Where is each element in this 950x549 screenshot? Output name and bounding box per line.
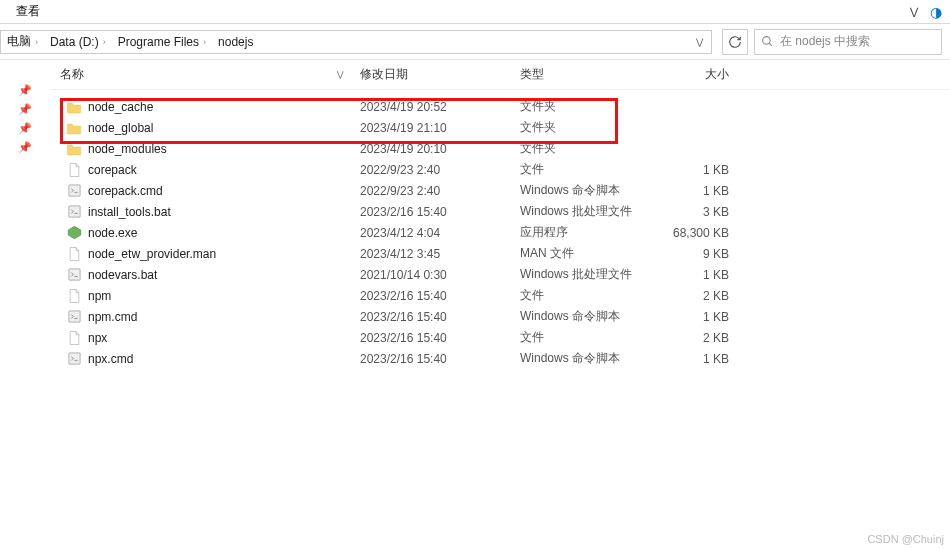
search-placeholder: 在 nodejs 中搜索 bbox=[780, 33, 870, 50]
file-icon bbox=[66, 330, 82, 346]
breadcrumb[interactable]: 电脑› Data (D:)› Programe Files› nodejs ⋁ bbox=[0, 30, 712, 54]
file-row[interactable]: npm2023/2/16 15:40文件2 KB bbox=[50, 285, 950, 306]
file-row[interactable]: npx2023/2/16 15:40文件2 KB bbox=[50, 327, 950, 348]
col-size[interactable]: 大小 bbox=[665, 66, 745, 83]
breadcrumb-seg-2[interactable]: Programe Files› bbox=[112, 31, 212, 53]
cell-type: Windows 命令脚本 bbox=[520, 308, 665, 325]
breadcrumb-seg-3[interactable]: nodejs bbox=[212, 31, 259, 53]
cell-type: 文件 bbox=[520, 329, 665, 346]
search-icon bbox=[761, 35, 774, 48]
svg-rect-6 bbox=[68, 311, 79, 322]
view-menu[interactable]: 查看 bbox=[8, 1, 48, 22]
search-input[interactable]: 在 nodejs 中搜索 bbox=[754, 29, 942, 55]
sort-caret-icon: ⋁ bbox=[337, 70, 360, 79]
folder-icon bbox=[66, 141, 82, 157]
cell-date: 2023/4/12 4:04 bbox=[360, 226, 520, 240]
pin-icon[interactable]: 📌 bbox=[0, 141, 50, 154]
refresh-button[interactable] bbox=[722, 29, 748, 55]
cell-size: 1 KB bbox=[665, 352, 745, 366]
svg-rect-7 bbox=[68, 353, 79, 364]
cell-size: 68,300 KB bbox=[665, 226, 745, 240]
cell-name: nodevars.bat bbox=[60, 267, 360, 283]
file-row[interactable]: corepack2022/9/23 2:40文件1 KB bbox=[50, 159, 950, 180]
cell-date: 2023/4/19 21:10 bbox=[360, 121, 520, 135]
cell-size: 1 KB bbox=[665, 163, 745, 177]
cell-type: 文件 bbox=[520, 161, 665, 178]
file-row[interactable]: node_etw_provider.man2023/4/12 3:45MAN 文… bbox=[50, 243, 950, 264]
cell-name: node_etw_provider.man bbox=[60, 246, 360, 262]
cell-name: npm bbox=[60, 288, 360, 304]
cell-size: 2 KB bbox=[665, 289, 745, 303]
cell-name: npm.cmd bbox=[60, 309, 360, 325]
cmd-icon bbox=[66, 183, 82, 199]
cell-type: 文件夹 bbox=[520, 98, 665, 115]
svg-rect-5 bbox=[68, 269, 79, 280]
column-headers: 名称⋁ 修改日期 类型 大小 bbox=[50, 60, 950, 90]
cell-date: 2023/4/19 20:52 bbox=[360, 100, 520, 114]
cell-type: Windows 命令脚本 bbox=[520, 350, 665, 367]
cell-type: 文件夹 bbox=[520, 140, 665, 157]
cell-size: 1 KB bbox=[665, 184, 745, 198]
cell-name: node_global bbox=[60, 120, 360, 136]
cmd-icon bbox=[66, 267, 82, 283]
cell-date: 2023/2/16 15:40 bbox=[360, 289, 520, 303]
cell-date: 2023/2/16 15:40 bbox=[360, 331, 520, 345]
address-bar-row: 电脑› Data (D:)› Programe Files› nodejs ⋁ … bbox=[0, 24, 950, 60]
cell-name: npx.cmd bbox=[60, 351, 360, 367]
file-row[interactable]: node_cache2023/4/19 20:52文件夹 bbox=[50, 96, 950, 117]
file-row[interactable]: npx.cmd2023/2/16 15:40Windows 命令脚本1 KB bbox=[50, 348, 950, 369]
cell-size: 3 KB bbox=[665, 205, 745, 219]
svg-marker-4 bbox=[68, 226, 81, 239]
file-row[interactable]: nodevars.bat2021/10/14 0:30Windows 批处理文件… bbox=[50, 264, 950, 285]
cell-date: 2023/4/12 3:45 bbox=[360, 247, 520, 261]
file-row[interactable]: node.exe2023/4/12 4:04应用程序68,300 KB bbox=[50, 222, 950, 243]
toolbar-dropdown-icon[interactable]: ⋁ bbox=[906, 6, 922, 17]
pin-icon[interactable]: 📌 bbox=[0, 122, 50, 135]
cell-type: 文件夹 bbox=[520, 119, 665, 136]
cell-name: npx bbox=[60, 330, 360, 346]
svg-line-1 bbox=[769, 43, 772, 46]
file-list: node_cache2023/4/19 20:52文件夹node_global2… bbox=[50, 90, 950, 369]
file-row[interactable]: npm.cmd2023/2/16 15:40Windows 命令脚本1 KB bbox=[50, 306, 950, 327]
cell-size: 1 KB bbox=[665, 310, 745, 324]
col-name[interactable]: 名称⋁ bbox=[60, 66, 360, 83]
cell-type: Windows 命令脚本 bbox=[520, 182, 665, 199]
cell-date: 2023/2/16 15:40 bbox=[360, 352, 520, 366]
file-row[interactable]: install_tools.bat2023/2/16 15:40Windows … bbox=[50, 201, 950, 222]
file-row[interactable]: node_modules2023/4/19 20:10文件夹 bbox=[50, 138, 950, 159]
svg-point-0 bbox=[763, 37, 771, 45]
pin-icon[interactable]: 📌 bbox=[0, 103, 50, 116]
cell-date: 2023/2/16 15:40 bbox=[360, 205, 520, 219]
cell-name: node_cache bbox=[60, 99, 360, 115]
file-icon bbox=[66, 246, 82, 262]
col-date[interactable]: 修改日期 bbox=[360, 66, 520, 83]
cell-date: 2023/2/16 15:40 bbox=[360, 310, 520, 324]
exe-icon bbox=[66, 225, 82, 241]
col-type[interactable]: 类型 bbox=[520, 66, 665, 83]
cell-size: 1 KB bbox=[665, 268, 745, 282]
cell-type: Windows 批处理文件 bbox=[520, 203, 665, 220]
cell-name: install_tools.bat bbox=[60, 204, 360, 220]
cmd-icon bbox=[66, 204, 82, 220]
cell-type: 文件 bbox=[520, 287, 665, 304]
folder-icon bbox=[66, 120, 82, 136]
cell-date: 2022/9/23 2:40 bbox=[360, 184, 520, 198]
svg-rect-2 bbox=[68, 185, 79, 196]
help-icon[interactable]: ◑ bbox=[930, 4, 942, 20]
file-icon bbox=[66, 288, 82, 304]
breadcrumb-dropdown-icon[interactable]: ⋁ bbox=[688, 37, 711, 47]
file-row[interactable]: node_global2023/4/19 21:10文件夹 bbox=[50, 117, 950, 138]
cell-name: node_modules bbox=[60, 141, 360, 157]
cell-size: 9 KB bbox=[665, 247, 745, 261]
cell-type: 应用程序 bbox=[520, 224, 665, 241]
pin-icon[interactable]: 📌 bbox=[0, 84, 50, 97]
sidebar: 📌 📌 📌 📌 bbox=[0, 60, 50, 549]
file-pane: 名称⋁ 修改日期 类型 大小 node_cache2023/4/19 20:52… bbox=[50, 60, 950, 549]
cell-name: corepack bbox=[60, 162, 360, 178]
file-row[interactable]: corepack.cmd2022/9/23 2:40Windows 命令脚本1 … bbox=[50, 180, 950, 201]
breadcrumb-seg-1[interactable]: Data (D:)› bbox=[44, 31, 112, 53]
cell-type: MAN 文件 bbox=[520, 245, 665, 262]
cell-name: node.exe bbox=[60, 225, 360, 241]
cell-date: 2022/9/23 2:40 bbox=[360, 163, 520, 177]
breadcrumb-seg-0[interactable]: 电脑› bbox=[1, 31, 44, 53]
